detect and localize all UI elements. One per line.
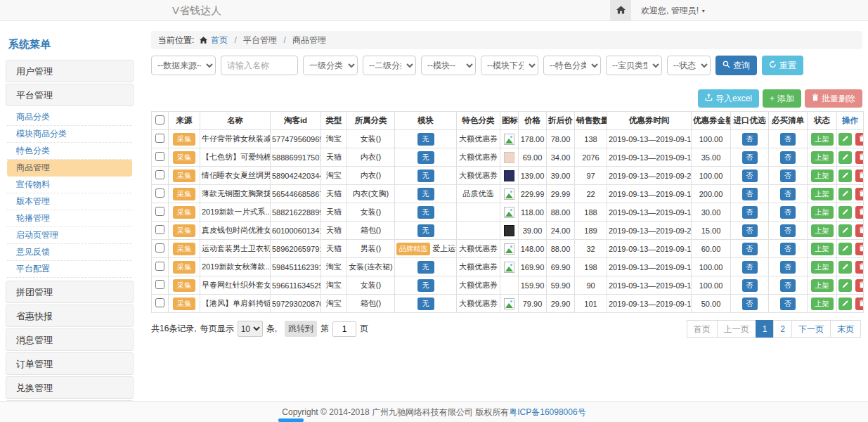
batch-delete-button[interactable]: 批量删除: [805, 89, 862, 108]
import-select-toggle[interactable]: 否: [742, 298, 758, 310]
import-select-toggle[interactable]: 否: [742, 188, 758, 200]
status-badge[interactable]: 上架: [811, 298, 834, 310]
edit-button[interactable]: [838, 133, 852, 146]
sidebar-item-轮播管理[interactable]: 轮播管理: [7, 210, 132, 227]
sidebar-item-模块商品分类[interactable]: 模块商品分类: [7, 126, 132, 143]
filter-select[interactable]: --状态--: [667, 56, 711, 75]
import-select-toggle[interactable]: 否: [742, 279, 758, 292]
page-button-2[interactable]: 2: [773, 320, 792, 338]
import-select-toggle[interactable]: 否: [742, 261, 758, 274]
row-checkbox[interactable]: [155, 225, 164, 234]
data-source-select[interactable]: --数据来源--: [151, 56, 216, 75]
edit-button[interactable]: [838, 279, 852, 292]
edit-button[interactable]: [838, 206, 852, 219]
filter-select[interactable]: --宝贝类型--: [606, 56, 662, 75]
must-buy-toggle[interactable]: 否: [780, 188, 796, 200]
breadcrumb-home-link[interactable]: 首页: [211, 35, 228, 45]
row-checkbox[interactable]: [155, 298, 164, 307]
row-checkbox[interactable]: [155, 134, 164, 143]
sidebar-item-拼团管理[interactable]: 拼团管理: [6, 281, 134, 303]
page-button-下一页[interactable]: 下一页: [791, 320, 831, 338]
delete-button[interactable]: [855, 261, 863, 274]
status-badge[interactable]: 上架: [811, 151, 834, 164]
import-select-toggle[interactable]: 否: [742, 224, 758, 237]
user-menu[interactable]: 欢迎您, 管理员! ▼: [641, 5, 706, 17]
row-checkbox[interactable]: [155, 170, 164, 179]
delete-button[interactable]: [855, 170, 863, 182]
delete-button[interactable]: [855, 151, 863, 164]
delete-button[interactable]: [855, 206, 863, 219]
must-buy-toggle[interactable]: 否: [780, 206, 796, 219]
edit-button[interactable]: [838, 261, 852, 274]
status-badge[interactable]: 上架: [811, 224, 834, 237]
home-button[interactable]: [610, 0, 631, 21]
row-checkbox[interactable]: [155, 262, 164, 271]
must-buy-toggle[interactable]: 否: [780, 243, 796, 255]
edit-button[interactable]: [838, 298, 852, 310]
sidebar-item-意见反馈[interactable]: 意见反馈: [7, 244, 132, 261]
delete-button[interactable]: [855, 243, 863, 255]
status-badge[interactable]: 上架: [811, 206, 834, 219]
filter-select[interactable]: --特色分类--: [543, 56, 601, 75]
must-buy-toggle[interactable]: 否: [780, 279, 796, 292]
row-checkbox[interactable]: [155, 152, 164, 161]
reset-button[interactable]: 重置: [762, 56, 803, 75]
page-jump-input[interactable]: [332, 321, 356, 337]
sidebar-item-平台配置[interactable]: 平台配置: [7, 261, 132, 278]
must-buy-toggle[interactable]: 否: [780, 298, 796, 310]
delete-button[interactable]: [855, 188, 863, 200]
page-button-上一页[interactable]: 上一页: [717, 320, 756, 338]
delete-button[interactable]: [855, 133, 863, 146]
status-badge[interactable]: 上架: [811, 243, 834, 255]
import-select-toggle[interactable]: 否: [742, 243, 758, 255]
sidebar-item-订单管理[interactable]: 订单管理: [6, 352, 134, 375]
edit-button[interactable]: [838, 170, 852, 182]
sidebar-item-兑换管理[interactable]: 兑换管理: [6, 376, 134, 399]
filter-select[interactable]: 一级分类: [303, 56, 358, 75]
import-select-toggle[interactable]: 否: [742, 151, 758, 164]
must-buy-toggle[interactable]: 否: [780, 261, 796, 274]
sidebar-item-宣传物料[interactable]: 宣传物料: [7, 177, 132, 193]
edit-button[interactable]: [838, 224, 852, 237]
must-buy-toggle[interactable]: 否: [780, 151, 796, 164]
must-buy-toggle[interactable]: 否: [780, 170, 796, 182]
icp-link[interactable]: 粤ICP备16098006号: [509, 407, 585, 417]
sidebar-item-特色分类[interactable]: 特色分类: [7, 143, 132, 160]
page-button-首页[interactable]: 首页: [687, 320, 718, 338]
import-excel-button[interactable]: 导入excel: [698, 89, 759, 108]
import-select-toggle[interactable]: 否: [742, 206, 758, 219]
page-button-1[interactable]: 1: [756, 320, 775, 338]
import-select-toggle[interactable]: 否: [742, 133, 758, 146]
sidebar-item-启动页管理[interactable]: 启动页管理: [7, 227, 132, 244]
row-checkbox[interactable]: [155, 188, 164, 198]
sidebar-item-省惠快报[interactable]: 省惠快报: [6, 305, 134, 327]
page-button-末页[interactable]: 末页: [830, 320, 861, 338]
must-buy-toggle[interactable]: 否: [780, 224, 796, 237]
edit-button[interactable]: [838, 151, 852, 164]
sidebar-item-平台管理[interactable]: 平台管理: [6, 84, 134, 106]
status-badge[interactable]: 上架: [811, 188, 834, 200]
row-checkbox[interactable]: [155, 207, 164, 216]
row-checkbox[interactable]: [155, 280, 164, 289]
filter-select[interactable]: --模块下分类--: [481, 56, 538, 75]
sidebar-item-商品管理[interactable]: 商品管理: [7, 160, 132, 177]
name-filter-input[interactable]: [221, 56, 298, 75]
status-badge[interactable]: 上架: [811, 261, 834, 274]
filter-select[interactable]: --模块--: [421, 56, 476, 75]
select-all-checkbox[interactable]: [155, 115, 164, 124]
must-buy-toggle[interactable]: 否: [780, 133, 796, 146]
per-page-select[interactable]: 10: [238, 321, 263, 337]
status-badge[interactable]: 上架: [811, 279, 834, 292]
status-badge[interactable]: 上架: [811, 133, 834, 146]
status-badge[interactable]: 上架: [811, 170, 834, 182]
row-checkbox[interactable]: [155, 243, 164, 252]
sidebar-item-用户管理[interactable]: 用户管理: [6, 60, 134, 82]
search-button[interactable]: 查询: [715, 56, 757, 75]
filter-select[interactable]: --二级分类--: [363, 56, 416, 75]
import-select-toggle[interactable]: 否: [742, 170, 758, 182]
delete-button[interactable]: [855, 298, 863, 310]
edit-button[interactable]: [838, 243, 852, 255]
delete-button[interactable]: [855, 224, 863, 237]
sidebar-item-商品分类[interactable]: 商品分类: [7, 109, 132, 126]
edit-button[interactable]: [838, 188, 852, 200]
